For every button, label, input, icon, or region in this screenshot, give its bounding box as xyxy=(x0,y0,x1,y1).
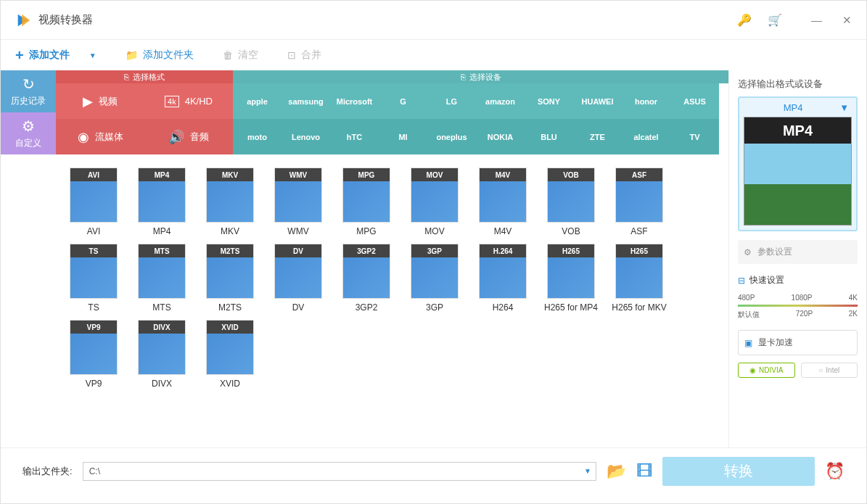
brand-htc[interactable]: hTC xyxy=(330,119,379,154)
format-stream-tab[interactable]: ◉ 流媒体 xyxy=(56,119,144,154)
film-icon[interactable]: 🎞 xyxy=(636,462,652,481)
brand-sony[interactable]: SONY xyxy=(525,83,573,119)
format-tile-avi[interactable]: AVI AVI xyxy=(63,168,124,236)
brand-blu[interactable]: BLU xyxy=(525,119,573,154)
selected-format: MP4 xyxy=(747,102,839,113)
add-file-button[interactable]: + 添加文件 ▼ xyxy=(15,47,96,64)
params-button[interactable]: ⚙ 参数设置 xyxy=(738,240,858,264)
format-tile-h265-for-mkv[interactable]: H265 H265 for MKV xyxy=(609,244,670,313)
format-tile-ts[interactable]: TS TS xyxy=(63,244,124,313)
format-tile-mts[interactable]: MTS MTS xyxy=(131,244,192,313)
format-thumbnail: M2TS xyxy=(206,244,254,299)
format-label: 3GP2 xyxy=(356,302,378,313)
trash-icon: 🗑 xyxy=(223,49,233,61)
gpu-accel-button[interactable]: ▣ 显卡加速 xyxy=(738,330,858,355)
format-thumbnail: XVID xyxy=(206,320,254,375)
chevron-down-icon[interactable]: ▼ xyxy=(584,467,591,475)
brand-amazon[interactable]: amazon xyxy=(476,83,525,119)
format-label: TS xyxy=(88,302,99,313)
minimize-button[interactable]: — xyxy=(811,14,822,27)
category-device[interactable]: ⎘ 选择设备 xyxy=(233,70,728,83)
category-format[interactable]: ⎘ 选择格式 xyxy=(56,70,233,83)
copy-icon: ⎘ xyxy=(124,73,129,81)
toolbar: + 添加文件 ▼ 📁 添加文件夹 🗑 清空 ⊡ 合并 xyxy=(1,40,866,70)
clock-icon[interactable]: ⏰ xyxy=(825,462,845,481)
format-tile-m2ts[interactable]: M2TS M2TS xyxy=(200,244,260,313)
merge-icon: ⊡ xyxy=(287,49,296,61)
format-tile-h264[interactable]: H.264 H264 xyxy=(472,244,533,313)
format-thumbnail: H265 xyxy=(615,244,663,299)
format-thumbnail: H.264 xyxy=(479,244,527,299)
format-4khd-tab[interactable]: 4k 4K/HD xyxy=(144,83,233,119)
output-path-input[interactable]: C:\ ▼ xyxy=(83,462,596,481)
nvidia-chip[interactable]: ◉ NDIVIA xyxy=(738,363,795,378)
brand-lenovo[interactable]: Lenovo xyxy=(282,119,330,154)
brand-nokia[interactable]: NOKIA xyxy=(476,119,525,154)
brand-samsung[interactable]: samsung xyxy=(282,83,330,119)
format-tile-mpg[interactable]: MPG MPG xyxy=(336,168,397,236)
convert-button[interactable]: 转换 xyxy=(662,457,815,486)
tab-history[interactable]: ↻ 历史记录 xyxy=(1,70,56,112)
4k-icon: 4k xyxy=(165,96,179,107)
format-tile-mov[interactable]: MOV MOV xyxy=(404,168,465,236)
speaker-icon: 🔊 xyxy=(168,129,184,145)
brand-microsoft[interactable]: Microsoft xyxy=(330,83,379,119)
brand-mi[interactable]: MI xyxy=(379,119,427,154)
format-audio-tab[interactable]: 🔊 音频 xyxy=(144,119,233,154)
cart-icon[interactable]: 🛒 xyxy=(768,13,782,27)
category-bar: ⎘ 选择格式 ⎘ 选择设备 xyxy=(56,70,728,83)
format-tile-vp9[interactable]: VP9 VP9 xyxy=(63,320,124,389)
format-label: H264 xyxy=(493,302,514,313)
brand-huawei[interactable]: HUAWEI xyxy=(573,83,622,119)
format-tile-mp4[interactable]: MP4 MP4 xyxy=(131,168,192,236)
close-button[interactable]: ✕ xyxy=(842,14,852,27)
open-folder-icon[interactable]: 📂 xyxy=(607,462,626,481)
format-tile-3gp[interactable]: 3GP 3GP xyxy=(404,244,465,313)
clear-button[interactable]: 🗑 清空 xyxy=(223,49,258,62)
tab-custom[interactable]: ⚙ 自定义 xyxy=(1,112,56,154)
format-label: MOV xyxy=(424,226,444,236)
format-label: M4V xyxy=(494,226,512,236)
brand-apple[interactable]: apple xyxy=(233,83,282,119)
format-thumbnail: MTS xyxy=(138,244,186,299)
merge-button[interactable]: ⊡ 合并 xyxy=(287,49,321,62)
brand-moto[interactable]: moto xyxy=(233,119,282,154)
format-tile-asf[interactable]: ASF ASF xyxy=(609,168,670,236)
output-preview[interactable]: MP4 ▼ MP4 xyxy=(738,96,858,231)
add-folder-button[interactable]: 📁 添加文件夹 xyxy=(126,49,194,62)
resolution-scale[interactable]: 480P 1080P 4K 默认值 720P 2K xyxy=(738,294,858,320)
brand-g[interactable]: G xyxy=(379,83,427,119)
format-tile-xvid[interactable]: XVID XVID xyxy=(200,320,260,389)
format-label: MTS xyxy=(152,302,170,313)
plus-icon: + xyxy=(15,47,24,64)
brand-oneplus[interactable]: oneplus xyxy=(427,119,476,154)
format-tile-dv[interactable]: DV DV xyxy=(268,244,329,313)
format-tile-mkv[interactable]: MKV MKV xyxy=(200,168,260,236)
chevron-down-icon[interactable]: ▼ xyxy=(89,51,96,59)
brand-lg[interactable]: LG xyxy=(427,83,476,119)
format-thumbnail: VP9 xyxy=(70,320,118,375)
chrome-icon: ◉ xyxy=(78,129,89,145)
copy-icon: ⎘ xyxy=(461,73,466,81)
format-thumbnail: MP4 xyxy=(138,168,186,223)
brand-alcatel[interactable]: alcatel xyxy=(622,119,670,154)
format-video-tab[interactable]: ▶ 视频 xyxy=(56,83,144,119)
key-icon[interactable]: 🔑 xyxy=(737,13,752,27)
chevron-down-icon[interactable]: ▼ xyxy=(839,102,849,113)
format-label: DV xyxy=(292,302,305,313)
format-tile-3gp2[interactable]: 3GP2 3GP2 xyxy=(336,244,397,313)
format-tile-divx[interactable]: DIVX DIVX xyxy=(131,320,192,389)
brand-zte[interactable]: ZTE xyxy=(573,119,622,154)
format-tile-h265-for-mp4[interactable]: H265 H265 for MP4 xyxy=(541,244,601,313)
brand-honor[interactable]: honor xyxy=(622,83,670,119)
format-tiles: AVI AVI MP4 MP4 MKV MKV WMV WMV MPG MPG … xyxy=(56,154,728,402)
brand-asus[interactable]: ASUS xyxy=(670,83,719,119)
format-tile-vob[interactable]: VOB VOB xyxy=(541,168,601,236)
format-tile-m4v[interactable]: M4V M4V xyxy=(472,168,533,236)
output-label: 输出文件夹: xyxy=(22,465,73,478)
brand-tv[interactable]: TV xyxy=(670,119,719,154)
format-thumbnail: ASF xyxy=(615,168,663,223)
intel-chip[interactable]: ○ Intel xyxy=(801,363,858,378)
format-tile-wmv[interactable]: WMV WMV xyxy=(268,168,329,236)
brand-grid: ▶ 视频 ◉ 流媒体 4k 4K/HD 🔊 音频 applesamsungMi xyxy=(56,83,728,154)
